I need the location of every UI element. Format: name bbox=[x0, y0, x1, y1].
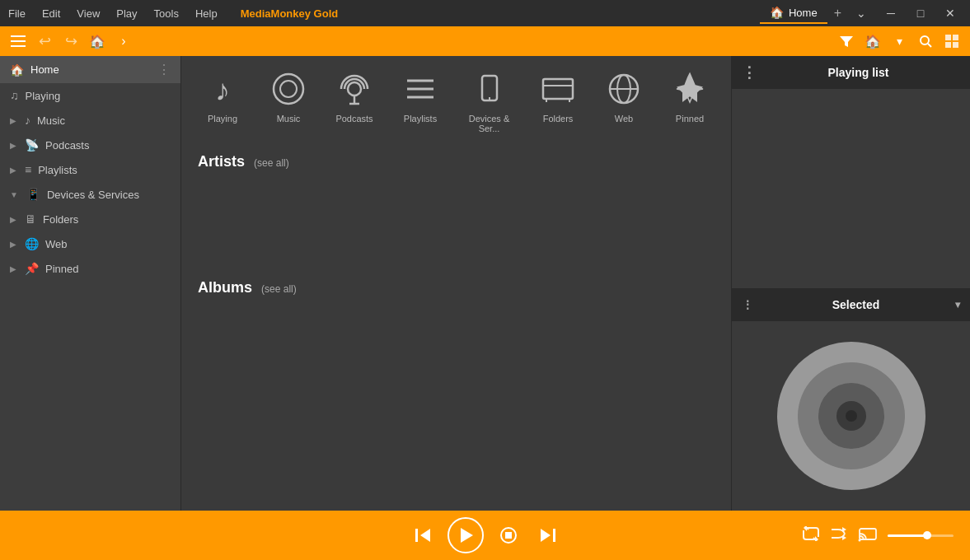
close-button[interactable]: ✕ bbox=[937, 4, 963, 22]
menu-view[interactable]: View bbox=[75, 4, 101, 23]
menu-tools[interactable]: Tools bbox=[152, 4, 180, 23]
search-icon bbox=[919, 35, 932, 48]
svg-rect-20 bbox=[482, 76, 497, 100]
sidebar-item-home[interactable]: 🏠 Home ⋮ bbox=[0, 56, 180, 83]
tab-home[interactable]: 🏠 Home bbox=[760, 2, 827, 24]
svg-marker-46 bbox=[842, 535, 846, 540]
titlebar: File Edit View Play Tools Help MediaMonk… bbox=[0, 0, 970, 26]
quick-nav-playlists-icon bbox=[401, 69, 440, 109]
albums-title: Albums bbox=[198, 279, 252, 296]
dropdown-button[interactable]: ⌄ bbox=[848, 4, 874, 22]
stop-icon bbox=[499, 526, 518, 544]
menu-bar: File Edit View Play Tools Help MediaMonk… bbox=[7, 4, 747, 23]
quick-nav-music[interactable]: Music bbox=[264, 69, 313, 133]
albums-see-all[interactable]: (see all) bbox=[261, 283, 297, 295]
forward-button[interactable]: › bbox=[112, 30, 135, 53]
home-button[interactable]: 🏠 bbox=[86, 30, 109, 53]
volume-bar[interactable] bbox=[888, 534, 954, 537]
svg-text:♪: ♪ bbox=[215, 73, 230, 107]
quick-nav-podcasts-label: Podcasts bbox=[335, 114, 373, 124]
cast-button[interactable] bbox=[858, 525, 878, 546]
repeat-button[interactable] bbox=[802, 526, 820, 545]
player-controls bbox=[408, 517, 563, 553]
shuffle-button[interactable] bbox=[830, 526, 848, 545]
stop-button[interactable] bbox=[494, 520, 523, 550]
sidebar-item-folders[interactable]: ▶ 🖥 Folders bbox=[0, 207, 180, 231]
quick-nav-devices-label: Devices & Ser... bbox=[462, 114, 517, 133]
quick-nav-playlists[interactable]: Playlists bbox=[396, 69, 445, 133]
folders-icon: 🖥 bbox=[25, 212, 36, 226]
quick-nav-pinned-label: Pinned bbox=[676, 114, 704, 124]
quick-nav-playing[interactable]: ♪ Playing bbox=[198, 69, 247, 133]
play-button[interactable] bbox=[448, 517, 484, 553]
quick-nav-pinned[interactable]: Pinned bbox=[665, 69, 715, 133]
artists-title: Artists bbox=[198, 153, 245, 170]
svg-rect-6 bbox=[945, 35, 951, 40]
prev-button[interactable] bbox=[408, 520, 438, 550]
volume-handle[interactable] bbox=[923, 531, 931, 539]
play-icon bbox=[457, 526, 475, 544]
music-arrow-icon: ▶ bbox=[10, 116, 16, 125]
quick-nav-music-label: Music bbox=[277, 114, 301, 124]
playlists-icon: ≡ bbox=[25, 163, 31, 176]
right-panel: ⋮ Playing list ⋮ Selected ▾ bbox=[731, 56, 970, 511]
search-button[interactable] bbox=[914, 30, 937, 53]
columns-button[interactable] bbox=[940, 30, 963, 53]
sidebar-item-pinned[interactable]: ▶ 📌 Pinned bbox=[0, 256, 180, 281]
quick-nav-devices-icon bbox=[470, 69, 509, 109]
toolbar-right: 🏠 ▾ bbox=[835, 30, 963, 53]
svg-rect-40 bbox=[553, 529, 555, 542]
devices-arrow-icon: ▼ bbox=[10, 190, 18, 199]
toolbar: ↩ ↪ 🏠 › 🏠 ▾ bbox=[0, 26, 970, 56]
menu-play[interactable]: Play bbox=[115, 4, 138, 23]
menu-file[interactable]: File bbox=[7, 4, 27, 23]
minimize-button[interactable]: ─ bbox=[878, 4, 904, 22]
playlists-arrow-icon: ▶ bbox=[10, 166, 16, 175]
tab-add-button[interactable]: + bbox=[827, 2, 848, 24]
sidebar-item-devices[interactable]: ▼ 📱 Devices & Services bbox=[0, 182, 180, 207]
redo-button[interactable]: ↪ bbox=[59, 30, 82, 53]
sidebar-home-more[interactable]: ⋮ bbox=[157, 62, 171, 77]
svg-marker-3 bbox=[840, 36, 853, 47]
svg-point-14 bbox=[348, 82, 361, 96]
svg-rect-7 bbox=[953, 35, 958, 40]
pinned-icon: 📌 bbox=[25, 262, 39, 275]
quick-nav-podcasts-icon bbox=[335, 69, 374, 109]
quick-nav-folders[interactable]: Folders bbox=[533, 69, 583, 133]
sidebar-item-web-label: Web bbox=[45, 238, 68, 250]
player-right-controls bbox=[802, 525, 954, 546]
svg-point-48 bbox=[859, 539, 861, 541]
volume-fill bbox=[888, 534, 927, 537]
artists-section-header: Artists (see all) bbox=[181, 147, 731, 174]
svg-point-12 bbox=[280, 81, 297, 97]
svg-rect-1 bbox=[11, 40, 26, 42]
next-button[interactable] bbox=[533, 520, 563, 550]
quick-nav-folders-icon bbox=[538, 69, 578, 109]
sidebar-toggle-button[interactable] bbox=[7, 30, 30, 53]
sidebar-item-playlists-label: Playlists bbox=[38, 164, 77, 176]
podcasts-icon: 📡 bbox=[25, 138, 39, 152]
sidebar-item-playing[interactable]: ♫ Playing bbox=[0, 83, 180, 108]
bottom-player bbox=[0, 511, 970, 560]
sidebar-item-playlists[interactable]: ▶ ≡ Playlists bbox=[0, 157, 180, 182]
quick-nav-devices[interactable]: Devices & Ser... bbox=[462, 69, 517, 133]
svg-marker-45 bbox=[842, 527, 846, 532]
playing-list-more-button[interactable]: ⋮ bbox=[742, 63, 757, 82]
quick-nav-web[interactable]: Web bbox=[599, 69, 649, 133]
menu-edit[interactable]: Edit bbox=[40, 4, 62, 23]
sidebar-item-web[interactable]: ▶ 🌐 Web bbox=[0, 231, 180, 256]
artists-see-all[interactable]: (see all) bbox=[254, 157, 289, 169]
quick-nav-web-icon bbox=[604, 69, 644, 109]
sidebar-item-music[interactable]: ▶ ♪ Music bbox=[0, 108, 180, 133]
dropdown-arrow-button[interactable]: ▾ bbox=[888, 30, 911, 53]
quick-nav-podcasts[interactable]: Podcasts bbox=[330, 69, 379, 133]
sidebar-item-podcasts[interactable]: ▶ 📡 Podcasts bbox=[0, 133, 180, 157]
undo-button[interactable]: ↩ bbox=[33, 30, 56, 53]
maximize-button[interactable]: □ bbox=[907, 4, 934, 22]
home-nav-button[interactable]: 🏠 bbox=[861, 30, 884, 53]
selected-more-button[interactable]: ⋮ bbox=[742, 298, 753, 311]
cast-icon bbox=[858, 525, 878, 542]
menu-help[interactable]: Help bbox=[194, 4, 219, 23]
quick-nav-playlists-label: Playlists bbox=[404, 114, 437, 124]
filter-button[interactable] bbox=[835, 30, 858, 53]
